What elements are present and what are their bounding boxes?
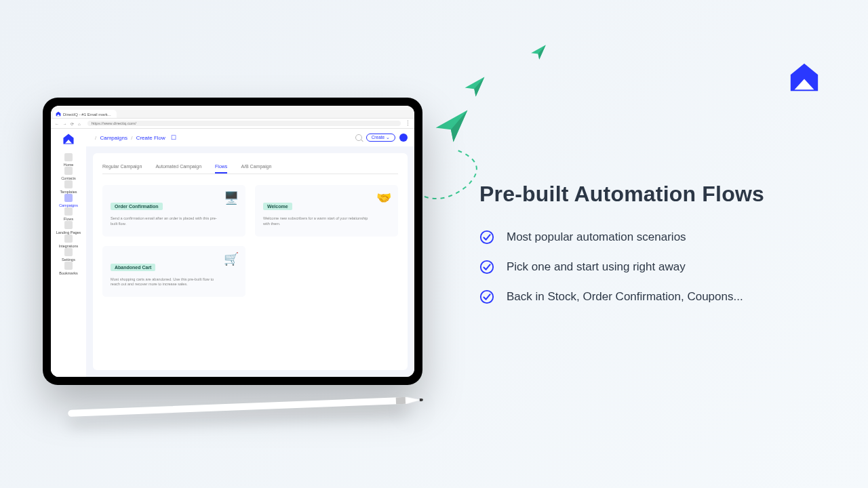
reload-icon[interactable]: ⟳ <box>71 122 74 126</box>
breadcrumb-item[interactable]: Campaigns <box>100 135 127 141</box>
sidebar-icon <box>64 262 73 270</box>
stylus-decoration <box>68 390 421 421</box>
paper-plane-icon <box>530 44 547 60</box>
tab-a-b-campaign[interactable]: A/B Campaign <box>241 161 271 174</box>
check-circle-icon <box>479 289 494 304</box>
svg-point-9 <box>481 261 493 273</box>
search-icon[interactable] <box>355 134 362 141</box>
card-description: Welcome new subscribers for a warm start… <box>263 216 371 227</box>
sidebar-icon <box>64 248 73 256</box>
browser-tab-strip: DirectIQ - #1 Email mark... <box>51 106 414 118</box>
create-button[interactable]: Create ⌄ <box>366 134 395 142</box>
check-item: Pick one and start using right away <box>479 260 818 274</box>
brand-logo <box>788 61 821 96</box>
tab-regular-campaign[interactable]: Regular Campaign <box>102 161 142 174</box>
sidebar-item-landing-pages[interactable]: Landing Pages <box>56 221 81 235</box>
tab-automated-campaign[interactable]: Automated Campaign <box>155 161 201 174</box>
card-description: Most shopping carts are abandoned. Use t… <box>111 277 218 288</box>
back-icon[interactable]: ← <box>55 122 59 126</box>
avatar[interactable] <box>399 134 408 142</box>
check-item: Back in Stock, Order Confirmation, Coupo… <box>479 289 818 304</box>
card-description: Send a confirmation email after an order… <box>111 216 218 227</box>
breadcrumb-item[interactable]: Create Flow <box>136 135 165 141</box>
browser-tab-title: DirectIQ - #1 Email mark... <box>63 113 111 117</box>
paper-plane-icon <box>464 76 486 98</box>
breadcrumb: / Campaigns / Create Flow ☐ <box>93 134 176 141</box>
sidebar-icon <box>64 180 73 188</box>
sidebar-item-home[interactable]: Home <box>56 153 81 167</box>
favicon-icon <box>56 111 61 117</box>
sidebar-icon <box>64 207 73 216</box>
flow-card-welcome[interactable]: 🤝WelcomeWelcome new subscribers for a wa… <box>255 185 398 237</box>
flow-card-order-confirmation[interactable]: 🖥️Order ConfirmationSend a confirmation … <box>102 185 245 237</box>
svg-marker-2 <box>465 77 485 97</box>
sidebar-icon <box>64 167 73 175</box>
promo-title: Pre-built Automation Flows <box>479 182 818 207</box>
address-bar[interactable]: https://www.directiq.com/ <box>87 121 401 126</box>
paper-plane-icon <box>434 108 469 144</box>
svg-point-8 <box>481 231 493 243</box>
check-circle-icon <box>479 230 494 245</box>
sidebar-icon <box>64 194 73 202</box>
sidebar-icon <box>64 153 73 161</box>
bookmark-icon[interactable]: ☐ <box>171 134 176 141</box>
check-item: Most popular automation scenarios <box>479 230 818 245</box>
browser-tab[interactable]: DirectIQ - #1 Email mark... <box>53 110 117 118</box>
sidebar-icon <box>64 221 73 229</box>
card-icon: 🤝 <box>376 190 391 205</box>
flow-card-abandoned-cart[interactable]: 🛒Abandoned CartMost shopping carts are a… <box>102 246 245 298</box>
sidebar-item-label: Bookmarks <box>59 271 78 275</box>
card-title: Abandoned Cart <box>111 264 155 271</box>
svg-point-10 <box>481 291 493 303</box>
tab-flows[interactable]: Flows <box>215 161 227 174</box>
sidebar-item-flows[interactable]: Flows <box>56 207 81 221</box>
browser-menu-icon[interactable]: ⋮ <box>405 120 410 127</box>
sidebar-icon <box>64 235 73 243</box>
card-icon: 🖥️ <box>224 190 239 205</box>
svg-marker-0 <box>436 110 468 142</box>
card-title: Welcome <box>263 203 292 210</box>
app-logo[interactable] <box>62 133 75 148</box>
card-title: Order Confirmation <box>111 203 163 210</box>
home-icon[interactable]: ⌂ <box>78 122 81 126</box>
tablet-mockup: DirectIQ - #1 Email mark... ← → ⟳ ⌂ http… <box>43 98 422 385</box>
svg-marker-4 <box>531 45 546 60</box>
card-icon: 🛒 <box>224 251 239 266</box>
sidebar-item-bookmarks[interactable]: Bookmarks <box>56 262 81 275</box>
sidebar-item-contacts[interactable]: Contacts <box>56 167 81 180</box>
check-circle-icon <box>479 260 494 274</box>
forward-icon[interactable]: → <box>63 122 67 126</box>
sidebar-item-integrations[interactable]: Integrations <box>56 235 81 248</box>
sidebar-item-campaigns[interactable]: Campaigns <box>56 194 81 207</box>
sidebar-item-settings[interactable]: Settings <box>56 248 81 262</box>
sidebar-item-templates[interactable]: Templates <box>56 180 81 194</box>
